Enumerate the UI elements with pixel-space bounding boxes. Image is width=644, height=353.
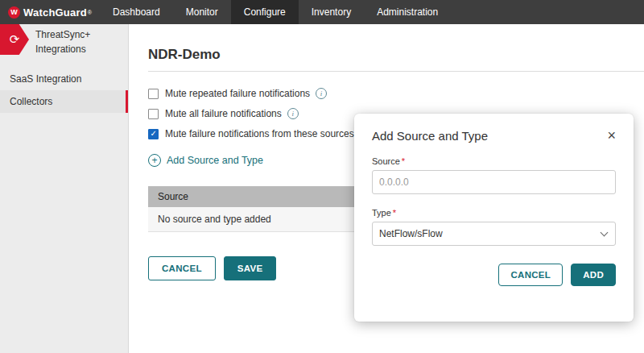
add-source-and-type-dialog: Add Source and Type Source* Type* NetFlo…: [354, 114, 634, 322]
type-select[interactable]: NetFlow/sFlow: [372, 222, 616, 246]
dialog-actions: CANCEL ADD: [372, 264, 616, 286]
watchguard-logo-icon: W: [8, 6, 20, 19]
add-source-label: Add Source and Type: [167, 155, 263, 166]
save-button[interactable]: SAVE: [224, 256, 277, 280]
checkbox-label: Mute failure notifications from these so…: [165, 128, 354, 139]
mute-sources-checkbox[interactable]: [148, 129, 159, 139]
page-title: NDR-Demo: [148, 47, 633, 63]
source-label-text: Source: [372, 156, 400, 166]
type-field-label: Type*: [372, 208, 616, 218]
top-navbar: W WatchGuard ® Dashboard Monitor Configu…: [0, 0, 644, 24]
checkbox-label: Mute repeated failure notifications: [165, 88, 310, 99]
add-source-and-type-link[interactable]: Add Source and Type: [148, 154, 263, 167]
dialog-header: Add Source and Type: [372, 128, 616, 143]
sidebar-item-collectors[interactable]: Collectors: [0, 90, 128, 113]
chevron-down-icon: [601, 229, 609, 237]
dialog-add-button[interactable]: ADD: [571, 264, 616, 286]
nav-items: Dashboard Monitor Configure Inventory Ad…: [100, 0, 451, 24]
sidebar-item-label: Collectors: [10, 96, 52, 107]
source-field-group: Source*: [372, 156, 616, 194]
required-asterisk: *: [402, 156, 405, 166]
info-icon[interactable]: [316, 88, 327, 99]
nav-item-administration[interactable]: Administration: [364, 0, 451, 24]
sidebar: ThreatSync+ Integrations SaaS Integratio…: [0, 24, 129, 353]
mute-all-checkbox[interactable]: [148, 109, 159, 119]
nav-item-label: Dashboard: [113, 6, 160, 18]
close-icon[interactable]: [607, 128, 616, 143]
sidebar-items: SaaS Integration Collectors: [0, 68, 128, 113]
app-window: W WatchGuard ® Dashboard Monitor Configu…: [0, 0, 644, 353]
dialog-title: Add Source and Type: [372, 129, 488, 143]
nav-item-monitor[interactable]: Monitor: [173, 0, 231, 24]
type-label-text: Type: [372, 208, 391, 218]
nav-item-dashboard[interactable]: Dashboard: [100, 0, 173, 24]
watchguard-logo[interactable]: W WatchGuard ®: [0, 0, 100, 24]
sidebar-title: ThreatSync+ Integrations: [29, 24, 90, 56]
sidebar-item-saas-integration[interactable]: SaaS Integration: [0, 68, 128, 90]
nav-item-configure[interactable]: Configure: [231, 0, 299, 24]
checkbox-label: Mute all failure notifications: [165, 108, 282, 119]
cancel-button[interactable]: CANCEL: [148, 256, 216, 280]
source-input[interactable]: [372, 170, 616, 194]
registered-mark: ®: [88, 10, 92, 15]
sidebar-header: ThreatSync+ Integrations: [0, 24, 128, 56]
title-divider: [148, 71, 644, 72]
sidebar-item-label: SaaS Integration: [10, 73, 81, 85]
checkbox-row-mute-repeated: Mute repeated failure notifications: [148, 88, 633, 99]
mute-repeated-checkbox[interactable]: [148, 89, 159, 99]
required-asterisk: *: [393, 208, 396, 218]
threatsync-sync-icon: [0, 24, 29, 55]
sidebar-title-line1: ThreatSync+: [35, 27, 90, 42]
nav-item-label: Monitor: [186, 6, 218, 18]
nav-item-label: Configure: [244, 6, 286, 18]
nav-item-label: Inventory: [312, 6, 351, 18]
type-select-value: NetFlow/sFlow: [379, 228, 443, 239]
nav-item-label: Administration: [377, 6, 438, 18]
plus-circle-icon: [148, 154, 161, 167]
info-icon[interactable]: [287, 108, 299, 119]
nav-item-inventory[interactable]: Inventory: [299, 0, 364, 24]
type-field-group: Type* NetFlow/sFlow: [372, 208, 616, 246]
dialog-cancel-button[interactable]: CANCEL: [498, 264, 563, 286]
brand-name: WatchGuard: [23, 6, 87, 19]
source-field-label: Source*: [372, 156, 616, 166]
sidebar-title-line2: Integrations: [35, 42, 90, 56]
